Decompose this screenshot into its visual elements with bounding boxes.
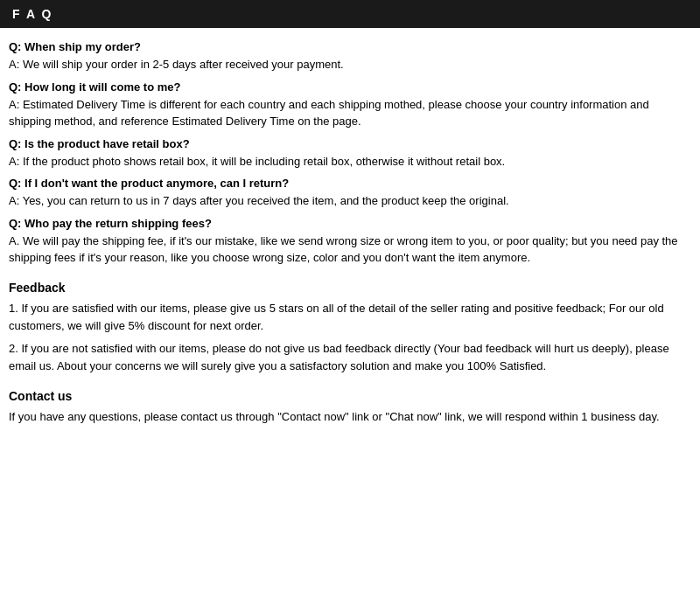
faq-question: Q: When ship my order?: [9, 40, 691, 53]
faq-question: Q: Who pay the return shipping fees?: [9, 217, 691, 230]
feedback-points: 1. If you are satisfied with our items, …: [9, 300, 691, 376]
faq-item: Q: How long it will come to me?A: Estima…: [9, 80, 691, 130]
faq-answer: A: We will ship your order in 2-5 days a…: [9, 56, 691, 73]
faq-question: Q: How long it will come to me?: [9, 80, 691, 94]
feedback-point: 2. If you are not satisfied with our ite…: [9, 340, 691, 375]
faq-item: Q: Is the product have retail box?A: If …: [9, 137, 691, 170]
faq-item: Q: If I don't want the product anymore, …: [9, 177, 691, 210]
faq-item: Q: When ship my order?A: We will ship yo…: [9, 40, 691, 73]
faq-section: Q: When ship my order?A: We will ship yo…: [9, 40, 691, 267]
faq-header: F A Q: [0, 0, 700, 28]
feedback-title: Feedback: [9, 281, 691, 295]
faq-answer: A: Yes, you can return to us in 7 days a…: [9, 192, 691, 210]
content-area: Q: When ship my order?A: We will ship yo…: [0, 37, 700, 435]
faq-question: Q: If I don't want the product anymore, …: [9, 177, 691, 190]
faq-item: Q: Who pay the return shipping fees?A. W…: [9, 217, 691, 267]
feedback-section: Feedback 1. If you are satisfied with ou…: [9, 281, 691, 376]
faq-answer: A: If the product photo shows retail box…: [9, 153, 691, 170]
faq-answer: A: Estimated Delivery Time is different …: [9, 96, 691, 130]
feedback-point: 1. If you are satisfied with our items, …: [9, 300, 691, 335]
contact-text: If you have any questions, please contac…: [9, 408, 691, 426]
contact-section: Contact us If you have any questions, pl…: [9, 389, 691, 426]
contact-title: Contact us: [9, 389, 691, 403]
faq-question: Q: Is the product have retail box?: [9, 137, 691, 150]
header-title: F A Q: [12, 7, 52, 21]
faq-answer: A. We will pay the shipping fee, if it's…: [9, 233, 691, 267]
